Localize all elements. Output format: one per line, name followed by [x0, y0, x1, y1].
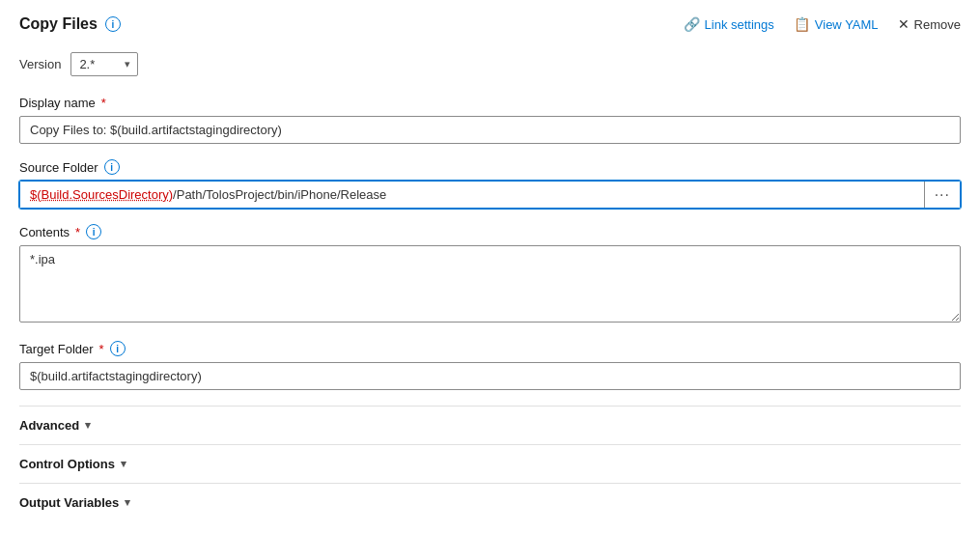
display-name-group: Display name *: [19, 96, 961, 144]
source-folder-label: Source Folder i: [19, 159, 961, 175]
target-folder-required: *: [99, 342, 104, 356]
source-folder-browse-button[interactable]: ···: [924, 182, 960, 208]
info-icon[interactable]: i: [105, 16, 121, 32]
source-folder-path: /Path/TolosProject/bin/iPhone/Release: [173, 187, 386, 202]
display-name-label: Display name *: [19, 96, 961, 110]
target-folder-info-icon[interactable]: i: [110, 341, 126, 356]
source-folder-group: Source Folder i $(Build.SourcesDirectory…: [19, 159, 961, 209]
output-variables-chevron-icon: ▾: [125, 496, 130, 509]
contents-group: Contents * i *.ipa: [19, 224, 961, 325]
display-name-label-text: Display name: [19, 96, 96, 110]
version-row: Version 2.* 1.* ▾: [19, 52, 961, 76]
source-folder-label-text: Source Folder: [19, 160, 98, 175]
control-options-header[interactable]: Control Options ▾: [19, 457, 961, 471]
contents-label: Contents * i: [19, 224, 961, 239]
display-name-input[interactable]: [19, 116, 961, 144]
control-options-section[interactable]: Control Options ▾: [19, 444, 961, 483]
header: Copy Files i 🔗 Link settings 📋 View YAML…: [19, 15, 961, 33]
contents-input[interactable]: *.ipa: [19, 245, 961, 323]
source-folder-input[interactable]: $(Build.SourcesDirectory)/Path/TolosProj…: [20, 182, 924, 208]
contents-info-icon[interactable]: i: [86, 224, 101, 239]
page-title: Copy Files: [19, 15, 98, 33]
link-settings-label: Link settings: [705, 17, 774, 32]
control-options-label: Control Options: [19, 457, 115, 471]
remove-icon: ✕: [898, 16, 910, 32]
link-settings-icon: 🔗: [684, 16, 700, 32]
output-variables-label: Output Variables: [19, 495, 119, 510]
target-folder-input[interactable]: [19, 362, 961, 390]
output-variables-header[interactable]: Output Variables ▾: [19, 495, 961, 510]
page-container: Copy Files i 🔗 Link settings 📋 View YAML…: [0, 0, 980, 533]
view-yaml-button[interactable]: 📋 View YAML: [794, 16, 879, 32]
target-folder-label-text: Target Folder: [19, 342, 94, 356]
contents-required: *: [75, 225, 80, 239]
version-select[interactable]: 2.* 1.*: [70, 52, 138, 76]
link-settings-button[interactable]: 🔗 Link settings: [684, 16, 774, 32]
control-options-chevron-icon: ▾: [121, 458, 126, 470]
remove-button[interactable]: ✕ Remove: [898, 16, 961, 32]
display-name-required: *: [101, 96, 106, 110]
header-right: 🔗 Link settings 📋 View YAML ✕ Remove: [684, 16, 961, 32]
advanced-chevron-icon: ▾: [85, 419, 91, 432]
target-folder-group: Target Folder * i: [19, 341, 961, 390]
source-folder-info-icon[interactable]: i: [104, 159, 120, 175]
target-folder-label: Target Folder * i: [19, 341, 961, 356]
view-yaml-icon: 📋: [794, 16, 810, 32]
remove-label: Remove: [914, 17, 961, 32]
contents-label-text: Contents: [19, 225, 70, 239]
output-variables-section[interactable]: Output Variables ▾: [19, 483, 961, 521]
source-folder-variable: $(Build.SourcesDirectory): [30, 187, 173, 202]
advanced-section[interactable]: Advanced ▾: [19, 406, 961, 444]
version-select-wrapper: 2.* 1.* ▾: [70, 52, 138, 76]
header-left: Copy Files i: [19, 15, 121, 33]
view-yaml-label: View YAML: [815, 17, 879, 32]
version-label: Version: [19, 57, 61, 71]
advanced-header[interactable]: Advanced ▾: [19, 418, 961, 433]
source-folder-wrapper: $(Build.SourcesDirectory)/Path/TolosProj…: [19, 181, 961, 209]
advanced-label: Advanced: [19, 418, 79, 433]
